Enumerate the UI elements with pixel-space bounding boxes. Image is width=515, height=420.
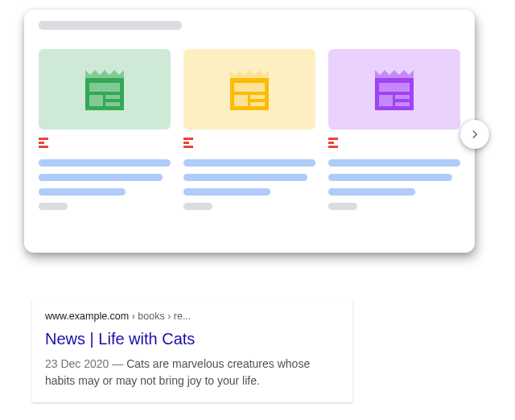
carousel-thumbnail	[39, 49, 171, 130]
svg-marker-6	[230, 70, 269, 78]
svg-rect-9	[234, 95, 248, 106]
favicon-placeholder-icon	[183, 138, 193, 148]
favicon-placeholder-icon	[39, 138, 48, 148]
text-line-placeholder	[328, 159, 460, 167]
meta-line-placeholder	[183, 203, 212, 210]
svg-marker-0	[85, 70, 124, 78]
breadcrumb-path: › books › re...	[129, 311, 191, 322]
article-icon	[371, 65, 418, 113]
carousel-thumbnail	[183, 49, 315, 130]
carousel-next-button[interactable]	[460, 120, 489, 149]
svg-rect-5	[105, 102, 120, 106]
svg-rect-16	[395, 95, 410, 99]
svg-rect-15	[379, 95, 393, 106]
carousel-item[interactable]	[328, 49, 460, 210]
carousel-card	[24, 10, 475, 253]
carousel-item[interactable]	[39, 49, 171, 210]
text-line-placeholder	[39, 159, 171, 167]
svg-rect-8	[234, 83, 265, 92]
svg-rect-10	[250, 95, 265, 99]
result-title-link[interactable]: News | Life with Cats	[45, 329, 340, 349]
chevron-right-icon	[469, 129, 480, 140]
text-line-placeholder	[328, 174, 452, 181]
carousel-item[interactable]	[183, 49, 315, 210]
result-date: 23 Dec 2020	[45, 357, 109, 370]
result-breadcrumb[interactable]: www.example.com › books › re...	[45, 311, 340, 323]
svg-rect-17	[395, 102, 410, 106]
svg-marker-12	[375, 70, 414, 78]
svg-rect-3	[89, 95, 103, 106]
text-line-placeholder	[328, 188, 415, 196]
breadcrumb-domain: www.example.com	[45, 311, 129, 322]
text-line-placeholder	[39, 188, 126, 196]
article-icon	[226, 65, 273, 113]
text-line-placeholder	[183, 159, 315, 167]
meta-line-placeholder	[328, 203, 357, 210]
svg-rect-2	[89, 83, 120, 92]
article-icon	[81, 65, 128, 113]
svg-rect-11	[250, 102, 265, 106]
svg-rect-4	[105, 95, 120, 99]
svg-rect-14	[379, 83, 410, 92]
carousel-items-row	[39, 49, 460, 210]
text-line-placeholder	[183, 174, 307, 181]
favicon-placeholder-icon	[328, 138, 338, 148]
result-snippet: 23 Dec 2020 — Cats are marvelous creatur…	[45, 356, 340, 389]
meta-line-placeholder	[39, 203, 68, 210]
result-separator: —	[109, 357, 126, 370]
search-result: www.example.com › books › re... News | L…	[32, 299, 352, 402]
text-line-placeholder	[39, 174, 163, 181]
text-line-placeholder	[183, 188, 270, 196]
carousel-header-placeholder	[39, 21, 182, 30]
carousel-thumbnail	[328, 49, 460, 130]
